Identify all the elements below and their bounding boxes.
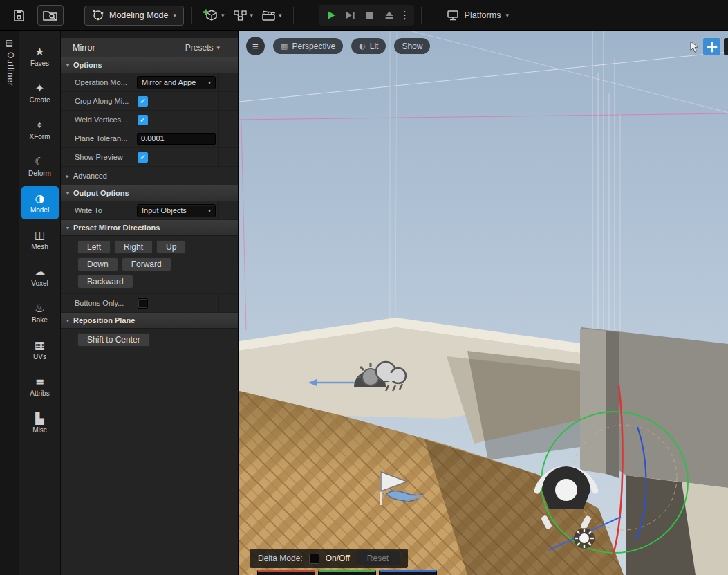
chevron-down-icon: ▾: [208, 80, 211, 86]
plane-tolerance-input[interactable]: [137, 133, 216, 145]
weld-vertices-checkbox[interactable]: ✓: [138, 115, 148, 125]
toolbar-separator: [421, 7, 422, 24]
delta-x-field[interactable]: [257, 570, 315, 575]
chevron-down-icon: ▾: [66, 62, 69, 69]
viewport-scene[interactable]: [239, 31, 728, 575]
palette-item-attribs[interactable]: ≡ Attribs: [21, 369, 59, 403]
outliner-tab-icon: ▤: [4, 38, 15, 48]
move-icon: [707, 42, 718, 53]
star-icon: ★: [35, 46, 44, 58]
move-tool-button[interactable]: [703, 38, 720, 55]
rotate-tool-button-partial[interactable]: [724, 38, 728, 55]
palette-item-misc[interactable]: ▙ Misc: [21, 406, 59, 439]
delta-reset-button[interactable]: Reset: [356, 551, 400, 565]
modeling-tool-palette: ★ Faves ✦ Create ⌖ XForm ☾ Deform ◑ Mode…: [19, 31, 61, 575]
model-icon: ◑: [35, 192, 45, 205]
stop-button[interactable]: [360, 6, 380, 24]
select-tool-icon[interactable]: [689, 41, 700, 53]
output-options-section-header[interactable]: ▾ Output Options: [61, 185, 238, 201]
chevron-down-icon: ▾: [221, 12, 225, 19]
palette-item-model[interactable]: ◑ Model: [21, 186, 59, 219]
misc-icon: ▙: [35, 412, 44, 425]
mirror-forward-button[interactable]: Forward: [122, 257, 171, 271]
options-section-header[interactable]: ▾ Options: [61, 57, 238, 73]
platforms-icon: [447, 9, 460, 21]
play-icon: [326, 10, 337, 21]
modeling-mode-icon: [92, 9, 104, 21]
palette-item-create[interactable]: ✦ Create: [21, 76, 59, 109]
menu-icon: ≡: [252, 40, 259, 52]
bake-icon: ♨: [35, 302, 44, 315]
palette-item-bake[interactable]: ♨ Bake: [21, 296, 59, 329]
eject-button[interactable]: [380, 6, 399, 24]
chevron-down-icon: ▾: [66, 190, 69, 197]
buttons-only-checkbox[interactable]: [138, 298, 148, 309]
transform-tools: [689, 38, 728, 55]
cinematics-dropdown[interactable]: ▾: [257, 5, 286, 26]
palette-item-deform[interactable]: ☾ Deform: [21, 149, 59, 183]
lit-icon: ◐: [359, 42, 366, 51]
unreal-editor-window: Modeling Mode ▾ ▾ ▾: [0, 0, 728, 575]
toolbar-separator: [293, 7, 294, 24]
blueprints-dropdown[interactable]: ▾: [229, 5, 258, 26]
viewport-menu-button[interactable]: ≡: [246, 37, 265, 55]
editor-mode-dropdown[interactable]: Modeling Mode ▾: [84, 6, 184, 26]
mirror-down-button[interactable]: Down: [77, 257, 118, 271]
chevron-down-icon: ▾: [505, 12, 509, 19]
chevron-down-icon: ▾: [66, 225, 69, 231]
preset-directions-section-header[interactable]: ▾ Preset Mirror Directions: [61, 220, 238, 236]
palette-item-uvs[interactable]: ▦ UVs: [21, 333, 59, 366]
editor-mode-label: Modeling Mode: [109, 10, 168, 20]
delta-z-field[interactable]: [379, 570, 437, 575]
show-button[interactable]: Show: [394, 38, 430, 54]
mirror-up-button[interactable]: Up: [156, 240, 186, 254]
skip-icon: [345, 10, 356, 21]
palette-item-xform[interactable]: ⌖ XForm: [21, 113, 59, 146]
show-preview-checkbox[interactable]: ✓: [138, 152, 148, 163]
play-button[interactable]: [321, 6, 341, 24]
lit-mode-button[interactable]: ◐ Lit: [351, 38, 386, 54]
presets-dropdown[interactable]: Presets ▾: [185, 43, 220, 53]
operation-mode-dropdown[interactable]: Mirror and Appe ▾: [137, 76, 216, 89]
weld-vertices-row: Weld Vertices... ✓: [61, 111, 238, 129]
mesh-icon: ◫: [35, 229, 45, 241]
perspective-button[interactable]: ▦ Perspective: [273, 38, 343, 54]
reposition-plane-section-header[interactable]: ▾ Reposition Plane: [61, 313, 238, 329]
skip-frame-button[interactable]: [341, 6, 360, 24]
sun-handle[interactable]: [574, 528, 595, 549]
operation-mode-row: Operation Mo... Mirror and Appe ▾: [61, 73, 238, 92]
chevron-down-icon: ▾: [250, 12, 254, 19]
delta-mode-checkbox[interactable]: [309, 554, 319, 564]
platforms-label: Platforms: [465, 10, 501, 20]
mirror-left-button[interactable]: Left: [77, 240, 111, 254]
level-viewport[interactable]: ≡ ▦ Perspective ◐ Lit Show: [239, 31, 728, 575]
delta-y-field[interactable]: [318, 570, 376, 575]
content-browser-button[interactable]: [37, 5, 64, 26]
outliner-collapsed-tab[interactable]: ▤ Outliner: [0, 31, 19, 575]
platforms-dropdown[interactable]: Platforms ▾: [447, 9, 509, 21]
write-to-dropdown[interactable]: Input Objects ▾: [137, 204, 216, 217]
mirror-tool-panel: Mirror Presets ▾ ▾ Options Operation Mo.…: [61, 31, 239, 575]
delta-toggle-label: On/Off: [326, 554, 350, 563]
main-toolbar: Modeling Mode ▾ ▾ ▾: [0, 0, 728, 31]
palette-item-faves[interactable]: ★ Faves: [21, 39, 59, 73]
mirror-backward-button[interactable]: Backward: [77, 275, 133, 289]
shift-to-center-button[interactable]: Shift to Center: [77, 333, 150, 347]
voxel-icon: ☁: [35, 266, 46, 278]
crop-along-checkbox[interactable]: ✓: [138, 96, 148, 107]
viewport-toolbar: ≡ ▦ Perspective ◐ Lit Show: [246, 37, 430, 55]
toolbar-separator: [191, 7, 192, 24]
advanced-expander[interactable]: ▸ Advanced: [61, 167, 238, 185]
save-button[interactable]: [10, 6, 28, 25]
plane-tolerance-row: Plane Toleran...: [61, 129, 238, 148]
attributes-icon: ≡: [35, 376, 44, 388]
add-actor-dropdown[interactable]: ▾: [198, 5, 229, 26]
mirror-right-button[interactable]: Right: [114, 240, 153, 254]
play-options-menu[interactable]: ⋮: [399, 9, 411, 21]
chevron-down-icon: ▾: [66, 318, 69, 324]
palette-item-voxel[interactable]: ☁ Voxel: [21, 259, 59, 293]
add-cube-icon: [203, 8, 218, 23]
clapperboard-icon: [261, 9, 276, 22]
play-controls: ⋮: [319, 5, 414, 26]
palette-item-mesh[interactable]: ◫ Mesh: [21, 223, 59, 256]
